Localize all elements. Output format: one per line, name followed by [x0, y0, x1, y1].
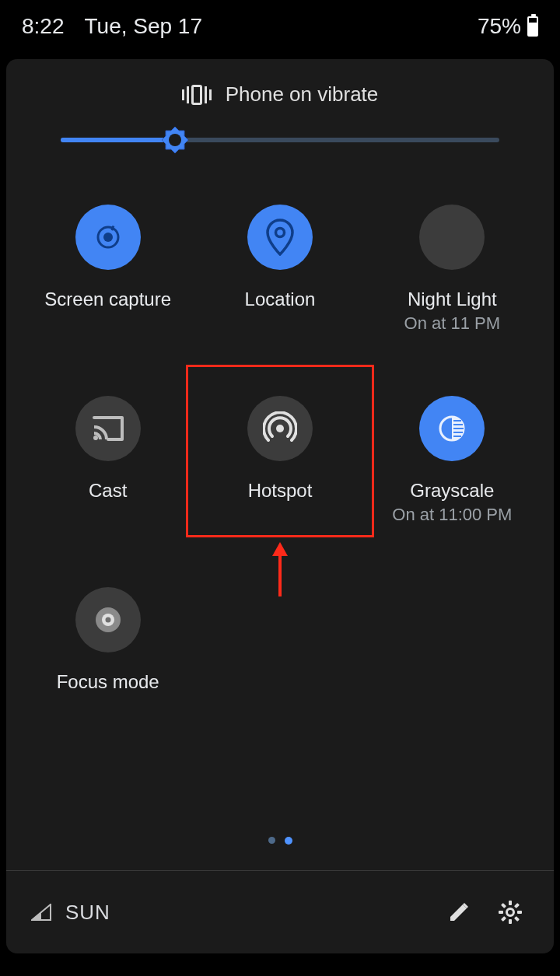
tile-label: Hotspot: [248, 480, 313, 502]
page-dot: [268, 837, 275, 844]
ringer-label: Phone on vibrate: [226, 82, 379, 107]
tile-label: Screen capture: [44, 289, 171, 310]
grayscale-icon: [419, 396, 485, 461]
tile-label: Grayscale: [410, 480, 494, 502]
tile-label: Focus mode: [57, 671, 159, 693]
svg-point-7: [276, 425, 284, 432]
location-pin-icon: [247, 205, 313, 270]
tile-sublabel: On at 11:00 PM: [392, 505, 512, 525]
svg-rect-19: [499, 911, 503, 914]
page-indicator: [6, 837, 554, 845]
status-bar: 8:22 Tue, Sep 17 75%: [0, 0, 560, 53]
moon-icon: [419, 205, 485, 270]
vibrate-icon: [182, 85, 212, 105]
status-date: Tue, Sep 17: [85, 14, 478, 39]
svg-point-5: [275, 229, 284, 237]
svg-rect-20: [517, 911, 522, 914]
quick-tiles-grid: Screen capture Location Night Light On a…: [6, 158, 554, 693]
tile-label: Location: [245, 289, 316, 310]
focus-mode-icon: [75, 587, 141, 652]
edit-button[interactable]: [440, 894, 478, 931]
ringer-status[interactable]: Phone on vibrate: [6, 59, 554, 107]
signal-icon: [31, 904, 51, 921]
settings-button[interactable]: [492, 894, 529, 931]
brightness-slider[interactable]: [6, 107, 554, 158]
camera-icon: [75, 205, 141, 270]
tile-cast[interactable]: Cast: [22, 396, 194, 525]
page-dot-active: [285, 837, 292, 845]
tile-screen-capture[interactable]: Screen capture: [22, 205, 194, 334]
tile-location[interactable]: Location: [194, 205, 366, 334]
hotspot-icon: [247, 396, 313, 461]
status-time: 8:22: [22, 14, 65, 39]
svg-rect-24: [514, 916, 520, 922]
svg-rect-23: [501, 903, 506, 908]
svg-point-6: [93, 436, 98, 440]
pencil-icon: [447, 901, 471, 924]
svg-rect-17: [509, 901, 512, 905]
brightness-thumb[interactable]: [161, 126, 189, 154]
carrier-label: SUN: [65, 901, 426, 925]
svg-rect-21: [514, 903, 520, 908]
battery-indicator: 75%: [478, 14, 538, 39]
quick-settings-panel: Phone on vibrate Screen capture Location: [6, 59, 554, 953]
battery-percentage: 75%: [478, 14, 521, 39]
tile-label: Night Light: [408, 289, 497, 310]
tile-label: Cast: [89, 480, 127, 502]
cast-icon: [75, 396, 141, 461]
tile-night-light[interactable]: Night Light On at 11 PM: [366, 205, 538, 334]
svg-point-16: [105, 617, 110, 623]
tile-grayscale[interactable]: Grayscale On at 11:00 PM: [366, 396, 538, 525]
tile-sublabel: On at 11 PM: [404, 313, 501, 334]
svg-rect-18: [509, 919, 512, 924]
svg-point-3: [103, 233, 113, 242]
tile-focus-mode[interactable]: Focus mode: [22, 587, 194, 693]
svg-point-1: [169, 134, 181, 146]
annotation-arrow: [272, 542, 288, 596]
svg-rect-22: [501, 916, 506, 922]
tile-hotspot[interactable]: Hotspot: [194, 396, 366, 525]
brightness-icon: [161, 126, 189, 154]
battery-icon: [527, 16, 538, 37]
gear-icon: [498, 900, 523, 925]
quick-settings-footer: SUN: [6, 871, 554, 953]
